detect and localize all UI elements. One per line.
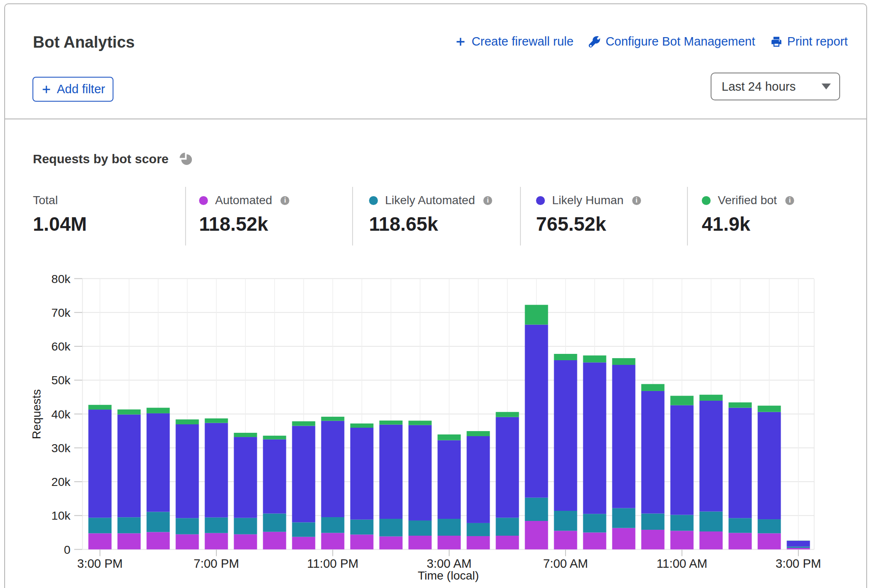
bar-400pm-likely-human[interactable] xyxy=(118,415,141,518)
bar-1000pm-likely-automated[interactable] xyxy=(292,522,315,537)
bar-300pm-likely-automated[interactable] xyxy=(89,518,112,533)
bar-500pm-likely-automated[interactable] xyxy=(147,512,170,532)
bar-700am-verified-bot[interactable] xyxy=(554,354,577,360)
bar-400pm-likely-automated[interactable] xyxy=(118,517,141,533)
bar-200pm-likely-human[interactable] xyxy=(758,412,781,519)
bar-1100am-likely-human[interactable] xyxy=(671,405,694,515)
bar-1200pm-automated[interactable] xyxy=(700,531,723,550)
bar-1000pm-likely-human[interactable] xyxy=(292,426,315,523)
bar-1100am-verified-bot[interactable] xyxy=(671,396,694,405)
bar-900am-likely-automated[interactable] xyxy=(612,508,636,528)
bar-1100pm-likely-human[interactable] xyxy=(321,421,345,517)
bar-800pm-likely-automated[interactable] xyxy=(234,518,257,534)
bar-300am-verified-bot[interactable] xyxy=(438,434,461,440)
bar-900am-automated[interactable] xyxy=(612,528,636,550)
bar-200pm-likely-automated[interactable] xyxy=(758,519,781,533)
bar-200pm-verified-bot[interactable] xyxy=(758,406,781,412)
bar-1200am-verified-bot[interactable] xyxy=(350,423,374,428)
bar-800am-likely-human[interactable] xyxy=(583,362,606,514)
bar-1200pm-likely-human[interactable] xyxy=(700,401,723,512)
bar-100pm-verified-bot[interactable] xyxy=(729,402,752,408)
bar-500pm-verified-bot[interactable] xyxy=(147,408,170,413)
bar-1100am-likely-automated[interactable] xyxy=(671,515,694,531)
bar-400am-likely-human[interactable] xyxy=(467,436,490,523)
bar-100pm-likely-automated[interactable] xyxy=(729,518,752,533)
bar-1200pm-verified-bot[interactable] xyxy=(700,395,723,401)
bar-100am-likely-human[interactable] xyxy=(380,425,403,519)
bar-500am-likely-human[interactable] xyxy=(496,417,519,518)
bar-400pm-verified-bot[interactable] xyxy=(118,410,141,415)
bar-500pm-likely-human[interactable] xyxy=(147,413,170,512)
bar-900pm-automated[interactable] xyxy=(263,532,286,550)
bar-300pm-likely-human[interactable] xyxy=(89,410,112,518)
bar-1100pm-likely-automated[interactable] xyxy=(321,517,345,533)
bar-300pm-automated[interactable] xyxy=(787,548,810,550)
bar-700pm-automated[interactable] xyxy=(205,533,228,550)
bar-800pm-likely-human[interactable] xyxy=(234,437,257,518)
bar-600pm-likely-automated[interactable] xyxy=(176,518,199,534)
bar-300pm-automated[interactable] xyxy=(89,533,112,549)
bar-500am-verified-bot[interactable] xyxy=(496,412,519,417)
bar-800am-likely-automated[interactable] xyxy=(583,514,606,532)
bar-900pm-likely-human[interactable] xyxy=(263,440,286,514)
bar-900pm-verified-bot[interactable] xyxy=(263,436,286,440)
bar-1200am-likely-human[interactable] xyxy=(350,428,374,520)
bar-700pm-verified-bot[interactable] xyxy=(205,418,228,423)
bar-800am-verified-bot[interactable] xyxy=(583,356,606,363)
bar-600pm-automated[interactable] xyxy=(176,534,199,550)
bar-1200am-automated[interactable] xyxy=(350,534,374,549)
bar-800am-automated[interactable] xyxy=(583,532,606,549)
bar-600am-verified-bot[interactable] xyxy=(525,305,548,325)
bar-700pm-likely-human[interactable] xyxy=(205,423,228,518)
bar-1000am-likely-human[interactable] xyxy=(641,391,665,514)
bar-400am-automated[interactable] xyxy=(467,536,490,550)
bar-800pm-verified-bot[interactable] xyxy=(234,433,257,437)
bar-200am-verified-bot[interactable] xyxy=(409,421,432,425)
bar-400pm-automated[interactable] xyxy=(118,533,141,549)
bar-1000pm-verified-bot[interactable] xyxy=(292,421,315,426)
bar-1000am-likely-automated[interactable] xyxy=(641,513,665,530)
bar-900am-verified-bot[interactable] xyxy=(612,358,636,365)
bar-100am-automated[interactable] xyxy=(380,537,403,550)
bar-300pm-likely-automated[interactable] xyxy=(787,547,810,548)
bar-400am-likely-automated[interactable] xyxy=(467,523,490,536)
bar-100pm-automated[interactable] xyxy=(729,533,752,549)
bar-1100pm-automated[interactable] xyxy=(321,533,345,549)
bar-1000am-verified-bot[interactable] xyxy=(641,384,665,391)
bar-1000am-automated[interactable] xyxy=(641,530,665,550)
bar-900pm-likely-automated[interactable] xyxy=(263,513,286,531)
bar-300am-likely-automated[interactable] xyxy=(438,519,461,536)
bar-700pm-likely-automated[interactable] xyxy=(205,518,228,533)
bar-600am-likely-human[interactable] xyxy=(525,325,548,498)
bar-300am-automated[interactable] xyxy=(438,536,461,550)
bar-700am-likely-human[interactable] xyxy=(554,360,577,511)
bar-900am-likely-human[interactable] xyxy=(612,365,636,508)
bar-1100pm-verified-bot[interactable] xyxy=(321,417,345,421)
bar-1000pm-automated[interactable] xyxy=(292,537,315,550)
bar-400am-verified-bot[interactable] xyxy=(467,431,490,436)
bar-300pm-verified-bot[interactable] xyxy=(89,405,112,410)
bar-200am-likely-human[interactable] xyxy=(409,425,432,521)
bar-100am-likely-automated[interactable] xyxy=(380,519,403,537)
bar-300pm-likely-human[interactable] xyxy=(787,541,810,547)
bar-600am-automated[interactable] xyxy=(525,521,548,549)
svg-text:0: 0 xyxy=(64,543,70,556)
bar-500am-likely-automated[interactable] xyxy=(496,518,519,536)
bar-600pm-verified-bot[interactable] xyxy=(176,419,199,424)
bar-100pm-likely-human[interactable] xyxy=(729,408,752,518)
bar-800pm-automated[interactable] xyxy=(234,534,257,550)
bar-300am-likely-human[interactable] xyxy=(438,440,461,519)
bar-600am-likely-automated[interactable] xyxy=(525,498,548,521)
bar-600pm-likely-human[interactable] xyxy=(176,424,199,518)
bar-200pm-automated[interactable] xyxy=(758,533,781,549)
bar-700am-automated[interactable] xyxy=(554,531,577,549)
bar-700am-likely-automated[interactable] xyxy=(554,511,577,531)
bar-1100am-automated[interactable] xyxy=(671,531,694,549)
bar-100am-verified-bot[interactable] xyxy=(380,421,403,425)
bar-500am-automated[interactable] xyxy=(496,536,519,550)
bar-200am-likely-automated[interactable] xyxy=(409,521,432,536)
bar-1200am-likely-automated[interactable] xyxy=(350,520,374,535)
bar-200am-automated[interactable] xyxy=(409,536,432,550)
bar-500pm-automated[interactable] xyxy=(147,532,170,549)
bar-1200pm-likely-automated[interactable] xyxy=(700,512,723,531)
